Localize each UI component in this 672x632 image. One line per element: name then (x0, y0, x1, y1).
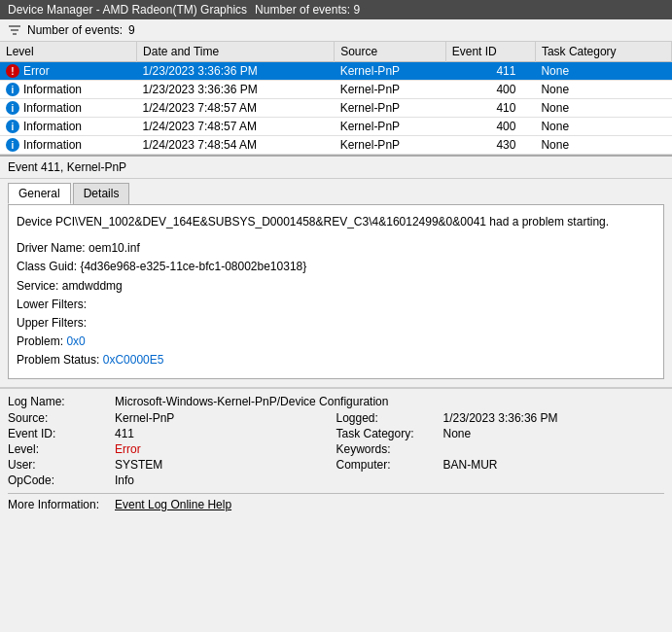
logged-value: 1/23/2023 3:36:36 PM (443, 411, 665, 425)
cell-level: iInformation (0, 81, 137, 99)
source-value: Kernel-PnP (115, 411, 336, 425)
lower-filters-row: Lower Filters: (17, 296, 655, 314)
filter-count: 9 (128, 23, 135, 37)
level-text: Information (23, 101, 82, 115)
level-text: Information (23, 83, 82, 96)
title-text: Device Manager - AMD Radeon(TM) Graphics (8, 3, 247, 17)
taskcategory-label: Task Category: (336, 427, 443, 440)
error-icon: ! (6, 64, 19, 78)
service-label: Service: (17, 279, 58, 293)
cell-eventid: 400 (445, 118, 535, 136)
more-info-row: More Information: Event Log Online Help (8, 498, 664, 511)
level-text: Information (23, 138, 82, 152)
col-datetime: Date and Time (137, 42, 335, 62)
class-guid-value: {4d36e968-e325-11ce-bfc1-08002be10318} (80, 260, 306, 273)
cell-eventid: 411 (445, 62, 535, 81)
level-text: Information (23, 120, 82, 133)
table-row[interactable]: iInformation1/23/2023 3:36:36 PMKernel-P… (0, 81, 672, 99)
taskcategory-row: Task Category: None (336, 427, 665, 440)
eventid-label: Event ID: (8, 427, 115, 440)
keywords-label: Keywords: (336, 442, 443, 456)
computer-value: BAN-MUR (443, 458, 665, 472)
event-content-area: Device PCI\VEN_1002&DEV_164E&SUBSYS_D000… (8, 204, 664, 379)
cell-level: !Error (0, 62, 137, 81)
service-row: Service: amdwddmg (17, 277, 655, 296)
info-icon: i (6, 101, 19, 115)
filter-icon (8, 23, 21, 37)
cell-source: Kernel-PnP (335, 81, 446, 99)
service-value: amdwddmg (62, 279, 123, 293)
source-row: Source: Kernel-PnP (8, 411, 336, 425)
cell-datetime: 1/24/2023 7:48:54 AM (137, 136, 335, 155)
cell-datetime: 1/23/2023 3:36:36 PM (137, 81, 335, 99)
driver-name-row: Driver Name: oem10.inf (17, 239, 655, 258)
more-info-link[interactable]: Event Log Online Help (115, 498, 664, 511)
table-header-row: Level Date and Time Source Event ID Task… (0, 42, 672, 62)
cell-level: iInformation (0, 99, 137, 118)
col-level: Level (0, 42, 137, 62)
tab-general[interactable]: General (8, 183, 71, 204)
logged-row: Logged: 1/23/2023 3:36:36 PM (336, 411, 665, 425)
cell-datetime: 1/24/2023 7:48:57 AM (137, 99, 335, 118)
level-label: Level: (8, 442, 115, 456)
properties-panel: Log Name: Microsoft-Windows-Kernel-PnP/D… (0, 388, 672, 519)
divider (8, 493, 664, 494)
level-row: Level: Error (8, 442, 336, 456)
cell-eventid: 400 (445, 81, 535, 99)
cell-datetime: 1/23/2023 3:36:36 PM (137, 62, 335, 81)
event-panel: Event 411, Kernel-PnP General Details De… (0, 157, 672, 388)
log-name-value: Microsoft-Windows-Kernel-PnP/Device Conf… (115, 395, 664, 408)
problem-value: 0x0 (66, 334, 85, 348)
source-label: Source: (8, 411, 115, 425)
event-main-text: Device PCI\VEN_1002&DEV_164E&SUBSYS_D000… (17, 213, 655, 231)
upper-filters-label: Upper Filters: (17, 316, 87, 330)
cell-datetime: 1/24/2023 7:48:57 AM (137, 118, 335, 136)
cell-taskcategory: None (535, 136, 671, 155)
title-event-count: Number of events: 9 (255, 3, 360, 17)
table-row[interactable]: iInformation1/24/2023 7:48:57 AMKernel-P… (0, 99, 672, 118)
cell-taskcategory: None (535, 62, 671, 81)
class-guid-label: Class Guid: (17, 260, 77, 273)
cell-source: Kernel-PnP (335, 136, 446, 155)
cell-level: iInformation (0, 136, 137, 155)
opcode-value: Info (115, 474, 336, 487)
upper-filters-row: Upper Filters: (17, 314, 655, 333)
title-bar: Device Manager - AMD Radeon(TM) Graphics… (0, 0, 672, 19)
opcode-row: OpCode: Info (8, 474, 336, 487)
driver-name-label: Driver Name: (17, 241, 86, 255)
problem-status-label: Problem Status: (17, 353, 99, 367)
info-icon: i (6, 120, 19, 133)
cell-taskcategory: None (535, 118, 671, 136)
table-row[interactable]: iInformation1/24/2023 7:48:57 AMKernel-P… (0, 118, 672, 136)
logged-label: Logged: (336, 411, 443, 425)
info-icon: i (6, 83, 19, 96)
level-value: Error (115, 442, 336, 456)
col-eventid: Event ID (445, 42, 535, 62)
computer-label: Computer: (336, 458, 443, 472)
cell-eventid: 410 (445, 99, 535, 118)
problem-label: Problem: (17, 334, 63, 348)
info-icon: i (6, 138, 19, 152)
props-right-col: Logged: 1/23/2023 3:36:36 PM Task Catego… (336, 411, 665, 489)
user-row: User: SYSTEM (8, 458, 336, 472)
cell-source: Kernel-PnP (335, 99, 446, 118)
table-row[interactable]: !Error1/23/2023 3:36:36 PMKernel-PnP411N… (0, 62, 672, 81)
problem-status-value: 0xC0000E5 (103, 353, 164, 367)
cell-source: Kernel-PnP (335, 62, 446, 81)
events-table: Level Date and Time Source Event ID Task… (0, 42, 672, 155)
keywords-row: Keywords: (336, 442, 665, 456)
eventid-row: Event ID: 411 (8, 427, 336, 440)
cell-taskcategory: None (535, 99, 671, 118)
props-left-col: Source: Kernel-PnP Event ID: 411 Level: … (8, 411, 336, 489)
log-name-label: Log Name: (8, 395, 115, 408)
table-row[interactable]: iInformation1/24/2023 7:48:54 AMKernel-P… (0, 136, 672, 155)
problem-row: Problem: 0x0 (17, 333, 655, 351)
computer-row: Computer: BAN-MUR (336, 458, 665, 472)
col-source: Source (335, 42, 446, 62)
tabs-container: General Details (0, 179, 672, 204)
cell-level: iInformation (0, 118, 137, 136)
more-info-label: More Information: (8, 498, 115, 511)
tab-details[interactable]: Details (73, 183, 130, 204)
driver-name-value: oem10.inf (88, 241, 140, 255)
eventid-value: 411 (115, 427, 336, 440)
